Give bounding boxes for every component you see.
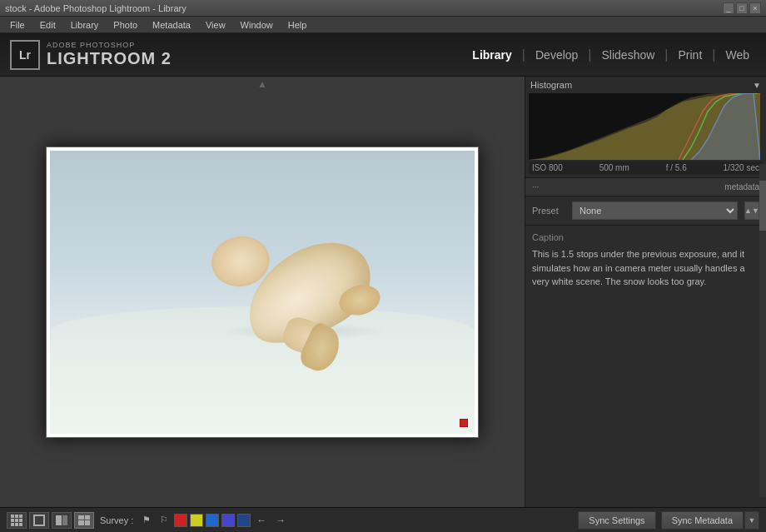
histogram-info: ISO 800 500 mm f / 5.6 1/320 sec: [529, 162, 763, 174]
right-panel: Histogram ▼: [525, 77, 766, 507]
menu-bar: File Edit Library Photo Metadata View Wi…: [0, 17, 766, 33]
caption-text: This is 1.5 stops under the previous exp…: [532, 247, 759, 289]
logo-text: ADOBE PHOTOSHOP LIGHTROOM 2: [47, 41, 172, 68]
title-bar-text: stock - Adobe Photoshop Lightroom - Libr…: [5, 3, 187, 13]
sync-metadata-button[interactable]: Sync Metadata: [661, 511, 744, 530]
header: Lr ADOBE PHOTOSHOP LIGHTROOM 2 Library |…: [0, 33, 766, 77]
image-area: ▲: [0, 77, 525, 507]
close-button[interactable]: ×: [749, 2, 761, 14]
grid-icon: [11, 515, 22, 526]
nav-web[interactable]: Web: [719, 45, 756, 65]
histogram-section: Histogram ▼: [525, 77, 766, 178]
survey-label: Survey :: [100, 515, 133, 525]
nav-library[interactable]: Library: [465, 45, 518, 65]
compare-icon: [56, 515, 67, 525]
menu-view[interactable]: View: [199, 18, 232, 32]
color-swatch-blue2[interactable]: [221, 514, 235, 527]
nav-print[interactable]: Print: [672, 45, 709, 65]
preset-select[interactable]: None: [572, 201, 738, 220]
caption-section: Caption This is 1.5 stops under the prev…: [525, 226, 766, 507]
toolbar-left: Survey : ⚑ ⚐ ← →: [7, 512, 574, 529]
color-swatch-navy[interactable]: [237, 514, 251, 527]
grid-view-button[interactable]: [7, 512, 27, 529]
logo-adobe-text: ADOBE PHOTOSHOP: [47, 41, 172, 49]
sync-settings-button[interactable]: Sync Settings: [578, 511, 655, 530]
toolbar-dropdown-arrow[interactable]: ▼: [744, 511, 759, 530]
menu-edit[interactable]: Edit: [33, 18, 62, 32]
maximize-button[interactable]: □: [736, 2, 748, 14]
scrollbar-thumb[interactable]: [759, 181, 766, 231]
next-arrow[interactable]: →: [272, 512, 289, 529]
minimize-button[interactable]: _: [723, 2, 734, 14]
histogram-dropdown-arrow[interactable]: ▼: [753, 81, 761, 90]
lr-badge: Lr: [10, 40, 40, 70]
flag-button[interactable]: ⚑: [139, 513, 154, 528]
photo-canvas: [50, 151, 475, 434]
nav-slideshow[interactable]: Slideshow: [595, 45, 662, 65]
histogram-svg: [529, 93, 760, 160]
histogram-canvas: [529, 93, 760, 160]
compare-view-button[interactable]: [52, 512, 72, 529]
metadata-strip[interactable]: ··· metadata: [525, 178, 766, 196]
caption-label: Caption: [532, 232, 759, 242]
iso-info: ISO 800: [532, 163, 563, 172]
metadata-left: ···: [532, 182, 718, 191]
unflag-button[interactable]: ⚐: [157, 513, 172, 528]
menu-help[interactable]: Help: [281, 18, 314, 32]
title-bar: stock - Adobe Photoshop Lightroom - Libr…: [0, 0, 766, 17]
survey-icon: [78, 515, 90, 525]
menu-file[interactable]: File: [3, 18, 32, 32]
corner-marker: [460, 419, 468, 427]
loupe-view-button[interactable]: [29, 512, 49, 529]
preset-label: Preset: [532, 206, 565, 216]
menu-metadata[interactable]: Metadata: [146, 18, 197, 32]
aperture-info: f / 5.6: [666, 163, 687, 172]
color-swatch-yellow[interactable]: [190, 514, 203, 527]
menu-window[interactable]: Window: [234, 18, 280, 32]
color-swatch-blue1[interactable]: [206, 514, 219, 527]
logo-lr-text: LIGHTROOM 2: [47, 49, 172, 68]
title-bar-controls[interactable]: _ □ ×: [723, 2, 761, 14]
shutter-info: 1/320 sec: [724, 163, 759, 172]
bottom-toolbar: Survey : ⚑ ⚐ ← → Sync Settings Sync Meta…: [0, 507, 766, 532]
logo-area: Lr ADOBE PHOTOSHOP LIGHTROOM 2: [10, 40, 172, 70]
menu-photo[interactable]: Photo: [107, 18, 144, 32]
main-area: ▲ H: [0, 77, 766, 507]
expand-arrow[interactable]: ▲: [257, 78, 267, 90]
histogram-title: Histogram: [530, 80, 572, 90]
survey-view-button[interactable]: [74, 512, 94, 529]
color-swatch-red[interactable]: [174, 514, 187, 527]
preset-arrow[interactable]: ▲▼: [744, 201, 759, 220]
loupe-icon: [33, 515, 45, 526]
polar-bear-photo: [50, 151, 475, 434]
focal-info: 500 mm: [599, 163, 629, 172]
toolbar-right: Sync Settings Sync Metadata ▼: [578, 511, 759, 530]
nav-links: Library | Develop | Slideshow | Print | …: [465, 45, 756, 65]
left-panel: ▲: [0, 77, 525, 507]
nav-develop[interactable]: Develop: [529, 45, 584, 65]
photo-frame: [46, 147, 479, 438]
menu-library[interactable]: Library: [64, 18, 106, 32]
metadata-right: metadata: [724, 182, 759, 191]
prev-arrow[interactable]: ←: [253, 512, 270, 529]
histogram-header: Histogram ▼: [529, 80, 763, 90]
preset-row: Preset None ▲▼: [525, 196, 766, 226]
right-scrollbar[interactable]: [759, 164, 766, 497]
